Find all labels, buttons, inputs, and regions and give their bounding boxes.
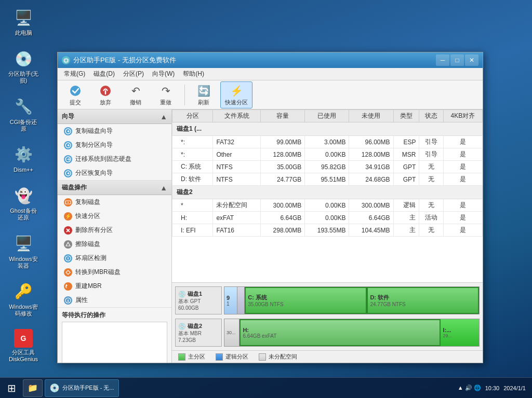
vis-part-c[interactable]: C: 系统 35.00GB NTFS	[245, 287, 367, 314]
part-size: 298.00MB	[261, 224, 305, 237]
part-free: 96.00MB	[349, 136, 393, 148]
part-name: I: EFI	[172, 224, 213, 237]
main-panel: 分区 文件系统 容量 已使用 未使用 类型 状态 4KB对齐	[172, 109, 483, 363]
pending-section: 等待执行的操作	[58, 308, 171, 363]
dism-icon: ⚙️	[13, 144, 34, 165]
desktop-icon-ghost-backup[interactable]: 👻 Ghost备份还原	[5, 183, 42, 223]
partition-assistant-icon: 💿	[13, 48, 34, 69]
cgi-backup-label: CGI备份还原	[7, 119, 39, 132]
maximize-button[interactable]: □	[450, 54, 464, 66]
toolbar-refresh[interactable]: 🔄 刷新	[190, 81, 217, 108]
sidebar-restore-partition[interactable]: 分区恢复向导	[58, 166, 171, 180]
toolbar-undo[interactable]: ↶ 撤销	[122, 81, 149, 108]
sidebar-copy-partition[interactable]: 复制分区向导	[58, 138, 171, 152]
desktop: 🖥️ 此电脑 💿 分区助手(无损) 🔧 CGI备份还原 ⚙️ Dism++ 👻 …	[0, 0, 532, 398]
desktop-icon-dism[interactable]: ⚙️ Dism++	[5, 142, 42, 175]
vis-part-i-name: I:...	[443, 327, 451, 333]
menu-bar: 常规(G) 磁盘(D) 分区(P) 向导(W) 帮助(H)	[58, 68, 483, 80]
toolbar-quick-partition[interactable]: ⚡ 快速分区	[220, 81, 252, 108]
vis-part-msr[interactable]	[237, 287, 245, 314]
menu-partition[interactable]: 分区(P)	[119, 68, 148, 79]
main-window: 💿 分区助手PE版 - 无损分区免费软件 ─ □ ✕ 常规(G) 磁盘(D) 分…	[57, 52, 483, 363]
desktop-icon-my-computer[interactable]: 🖥️ 此电脑	[5, 5, 42, 38]
disk-ops-section-header[interactable]: 磁盘操作 ▲	[58, 181, 171, 195]
vis-part-i[interactable]: I:... 29...	[441, 319, 479, 346]
vis-part-unalloc[interactable]: 30...	[224, 319, 240, 346]
table-header-row: 分区 文件系统 容量 已使用 未使用 类型 状态 4KB对齐	[172, 110, 483, 122]
file-explorer-icon: 📁	[28, 383, 38, 393]
desktop-icon-cgi-backup[interactable]: 🔧 CGI备份还原	[5, 94, 42, 134]
part-free: 24.68GB	[349, 173, 393, 186]
disk2-size: 7.23GB	[178, 337, 219, 343]
vis-part-d[interactable]: D: 软件 24.77GB NTFS	[367, 287, 479, 314]
part-status: 活动	[419, 212, 444, 224]
disk2-group-header: 磁盘2	[172, 186, 483, 199]
desktop-icon-diskgenius[interactable]: G 分区工具DiskGenius	[5, 327, 42, 365]
sidebar-migrate-ssd[interactable]: 迁移系统到固态硬盘	[58, 152, 171, 166]
toolbar-redo[interactable]: ↷ 重做	[152, 81, 179, 108]
part-size: 24.77GB	[261, 173, 305, 186]
disk1-visual-row: 💿 磁盘1 基本 GPT 60.00GB 9 1	[175, 286, 480, 315]
windows-pwd-label: Windows密码修改	[7, 304, 39, 317]
my-computer-label: 此电脑	[15, 30, 32, 36]
refresh-icon: 🔄	[196, 84, 211, 98]
partition-table-area: 分区 文件系统 容量 已使用 未使用 类型 状态 4KB对齐	[172, 109, 483, 282]
desktop-icon-windows-install[interactable]: 🖥️ Windows安装器	[5, 231, 42, 271]
toolbar-discard[interactable]: 放弃	[92, 81, 119, 108]
part-type: ESP	[393, 136, 419, 148]
menu-wizard[interactable]: 向导(W)	[148, 68, 179, 79]
wizard-collapse-btn[interactable]: ▲	[160, 113, 167, 121]
taskbar-file-explorer[interactable]: 📁	[23, 379, 43, 397]
table-row[interactable]: *: Other 128.00MB 0.00KB 128.00MB MSR 引导…	[172, 148, 483, 161]
disk-ops-collapse-btn[interactable]: ▲	[160, 184, 167, 192]
desktop-icon-windows-pwd[interactable]: 🔑 Windows密码修改	[5, 279, 42, 319]
sidebar-to-mbr[interactable]: 转换到MBR磁盘	[58, 265, 171, 279]
table-row[interactable]: C: 系统 NTFS 35.00GB 95.82GB 34.91GB GPT 无…	[172, 161, 483, 173]
table-row[interactable]: *: FAT32 99.00MB 3.00MB 96.00MB ESP 引导 是	[172, 136, 483, 148]
wizard-section-header[interactable]: 向导 ▲	[58, 109, 171, 124]
sidebar-delete-all[interactable]: 删除所有分区	[58, 223, 171, 237]
part-align: 是	[443, 173, 482, 186]
minimize-button[interactable]: ─	[436, 54, 449, 66]
part-status: 无	[419, 161, 444, 173]
sidebar-check-bad[interactable]: 坏扇区检测	[58, 251, 171, 265]
part-align: 是	[443, 148, 482, 161]
copy-disk-icon	[64, 127, 72, 135]
migrate-ssd-icon	[64, 155, 72, 163]
sidebar-rebuild-mbr[interactable]: 重建MBR	[58, 279, 171, 293]
start-button[interactable]: ⊞	[2, 379, 21, 397]
diskgenius-icon: G	[14, 329, 33, 348]
sidebar-copy-disk[interactable]: 复制磁盘向导	[58, 124, 171, 138]
close-button[interactable]: ✕	[465, 54, 478, 66]
menu-general[interactable]: 常规(G)	[60, 68, 89, 79]
sidebar-properties[interactable]: 属性	[58, 293, 171, 307]
taskbar-app-btn[interactable]: 💿 分区助手PE版 - 无...	[45, 379, 119, 397]
legend-logical-label: 逻辑分区	[225, 353, 248, 361]
vis-part-esp[interactable]: 9 1	[224, 287, 237, 314]
sidebar-copy-disk2[interactable]: 复制磁盘	[58, 195, 171, 209]
menu-disk[interactable]: 磁盘(D)	[89, 68, 119, 79]
submit-icon	[68, 84, 83, 98]
sidebar-quick-partition2[interactable]: ⚡ 快速分区	[58, 209, 171, 223]
dism-label: Dism++	[14, 167, 33, 173]
wizard-section: 向导 ▲ 复制磁盘向导 复制分区向导	[58, 109, 171, 181]
desktop-icon-partition-assistant[interactable]: 💿 分区助手(无损)	[5, 46, 42, 86]
part-type: GPT	[393, 161, 419, 173]
toolbar-submit[interactable]: 提交	[62, 81, 89, 108]
wipe-disk-icon	[64, 240, 72, 249]
restore-partition-icon	[64, 169, 72, 177]
table-row[interactable]: D: 软件 NTFS 24.77GB 95.51MB 24.68GB GPT 无…	[172, 173, 483, 186]
col-partition: 分区	[172, 110, 213, 122]
table-row[interactable]: H: exFAT 6.64GB 0.00KB 6.64GB 主 活动 是	[172, 212, 483, 224]
menu-help[interactable]: 帮助(H)	[179, 68, 208, 79]
disk-visual-area: 💿 磁盘1 基本 GPT 60.00GB 9 1	[172, 282, 483, 350]
part-name: H:	[172, 212, 213, 224]
sidebar-wipe-disk[interactable]: 擦除磁盘	[58, 237, 171, 251]
legend-unalloc-color	[259, 353, 266, 361]
window-title: 分区助手PE版 - 无损分区免费软件	[73, 56, 436, 65]
quick-partition2-label: 快速分区	[75, 212, 100, 221]
part-used: 3.00MB	[305, 136, 349, 148]
vis-part-h[interactable]: H: 6.64GB exFAT	[240, 319, 441, 346]
table-row[interactable]: * 未分配空间 300.00MB 0.00KB 300.00MB 逻辑 无 是	[172, 199, 483, 212]
table-row[interactable]: I: EFI FAT16 298.00MB 193.55MB 104.45MB …	[172, 224, 483, 237]
